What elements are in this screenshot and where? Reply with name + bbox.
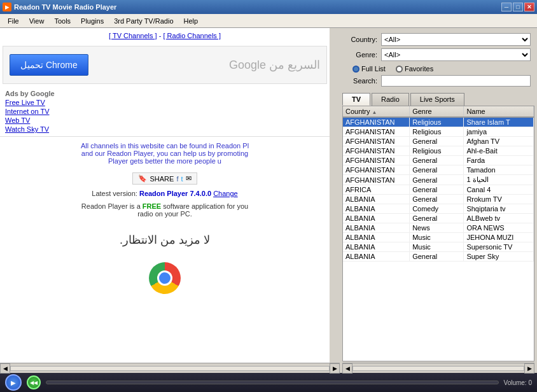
table-row[interactable]: ALBANIAGeneralRrokum TV xyxy=(343,195,534,204)
cell-name: Rrokum TV xyxy=(464,195,534,204)
full-list-option[interactable]: Full List xyxy=(352,65,386,73)
menu-file[interactable]: File xyxy=(3,16,24,26)
play-button[interactable]: ▶ xyxy=(5,374,22,391)
play-icon: ▶ xyxy=(11,379,16,386)
table-row[interactable]: AFGHANISTANReligiousShare Islam T xyxy=(343,117,534,127)
close-button[interactable]: ✕ xyxy=(524,3,534,11)
cell-genre: General xyxy=(410,165,464,175)
menu-3rdparty[interactable]: 3rd Party TV/Radio xyxy=(109,16,178,26)
volume-text: Volume: 0 xyxy=(504,379,532,386)
left-hscroll-right[interactable]: ▶ xyxy=(330,363,340,374)
menubar: File View Tools Plugins 3rd Party TV/Rad… xyxy=(0,14,537,28)
header-genre[interactable]: Genre xyxy=(410,106,464,117)
genre-select[interactable]: <All> xyxy=(381,48,531,61)
bottom-scrollbar: ◀ ▶ xyxy=(342,363,534,373)
menu-view[interactable]: View xyxy=(24,16,50,26)
tab-tv[interactable]: TV xyxy=(342,93,370,106)
search-row: Search: xyxy=(346,75,531,87)
share-button[interactable]: 🔖 SHARE f t ✉ xyxy=(132,172,197,185)
table-row[interactable]: AFGHANISTANReligiousAhl-e-Bait xyxy=(343,146,534,156)
cell-name: Super Sky xyxy=(464,252,534,262)
google-text: السريع من Google xyxy=(229,58,320,72)
table-row[interactable]: AFGHANISTANGeneralAfghan TV xyxy=(343,137,534,146)
favorites-radio[interactable] xyxy=(396,66,403,73)
menu-plugins[interactable]: Plugins xyxy=(76,16,109,26)
minimize-button[interactable]: ─ xyxy=(501,3,512,11)
table-row[interactable]: AFGHANISTANGeneralFarda xyxy=(343,156,534,165)
header-country-text: Country xyxy=(345,108,370,115)
table-row[interactable]: ALBANIAGeneralSuper Sky xyxy=(343,252,534,262)
search-label: Search: xyxy=(346,77,381,85)
table-row[interactable]: AFRICAGeneralCanal 4 xyxy=(343,185,534,195)
table-row[interactable]: AFGHANISTANGeneralالحياة 1 xyxy=(343,175,534,185)
full-list-radio[interactable] xyxy=(352,66,359,73)
tab-live-sports[interactable]: Live Sports xyxy=(410,93,464,106)
hscroll-right[interactable]: ▶ xyxy=(524,363,534,374)
hscroll-left[interactable]: ◀ xyxy=(342,363,352,374)
channel-table: Country ▲ Genre Name AFGHANISTAN xyxy=(343,106,534,262)
ad-link-4[interactable]: Watch Sky TV xyxy=(5,125,49,133)
separator: - xyxy=(159,32,162,39)
table-scroll-area[interactable]: Country ▲ Genre Name AFGHANISTAN xyxy=(343,106,534,361)
cell-name: الحياة 1 xyxy=(464,175,534,185)
cell-name: Farda xyxy=(464,156,534,165)
genre-filter-row: Genre: <All> xyxy=(346,48,531,61)
table-row[interactable]: ALBANIANewsORA NEWS xyxy=(343,223,534,233)
titlebar: ▶ Readon TV Movie Radio Player ─ □ ✕ xyxy=(0,0,537,14)
cell-country: ALBANIA xyxy=(343,195,410,204)
free-word: FREE xyxy=(143,202,161,210)
cell-genre: News xyxy=(410,223,464,233)
changelog-link[interactable]: Change xyxy=(213,190,238,197)
prev-button[interactable]: ◀◀ xyxy=(27,375,41,389)
search-input[interactable] xyxy=(381,75,531,87)
table-row[interactable]: ALBANIAComedyShqiptaria tv xyxy=(343,204,534,214)
table-row[interactable]: AFGHANISTANReligiousjamiya xyxy=(343,127,534,137)
free-text: Readon Player is a FREE software applica… xyxy=(0,200,330,220)
ad-link-1[interactable]: Free Live TV xyxy=(5,99,45,106)
maximize-button[interactable]: □ xyxy=(513,3,523,11)
country-select[interactable]: <All> xyxy=(381,33,531,46)
menu-help[interactable]: Help xyxy=(179,16,204,26)
left-content-area: [ TV Channels ] - [ Radio Channels ] تحم… xyxy=(0,28,340,363)
hscroll-track[interactable] xyxy=(352,366,524,371)
cell-country: ALBANIA xyxy=(343,204,410,214)
facebook-icon: f xyxy=(176,175,178,183)
cell-name: Tamadon xyxy=(464,165,534,175)
header-name[interactable]: Name xyxy=(464,106,534,117)
cell-genre: General xyxy=(410,175,464,185)
header-genre-text: Genre xyxy=(412,108,432,115)
titlebar-title: Readon TV Movie Radio Player xyxy=(14,3,116,11)
ad-link-3[interactable]: Web TV xyxy=(5,116,30,124)
menu-tools[interactable]: Tools xyxy=(49,16,76,26)
share-bar: 🔖 SHARE f t ✉ xyxy=(0,170,330,187)
header-country[interactable]: Country ▲ xyxy=(343,106,410,117)
tv-channels-link[interactable]: [ TV Channels ] xyxy=(109,32,157,39)
progress-bar[interactable] xyxy=(46,381,499,384)
table-row[interactable]: AFGHANISTANGeneralTamadon xyxy=(343,165,534,175)
free-text-2: software application for you xyxy=(163,202,248,210)
share-label: SHARE xyxy=(150,175,174,183)
prev-icon: ◀◀ xyxy=(30,380,38,386)
table-row[interactable]: ALBANIAMusicJEHONA MUZI xyxy=(343,233,534,242)
cell-country: ALBANIA xyxy=(343,233,410,242)
cell-country: AFGHANISTAN xyxy=(343,117,410,127)
cell-country: AFGHANISTAN xyxy=(343,146,410,156)
left-hscroll-track[interactable] xyxy=(10,366,330,371)
version-label: Latest version: xyxy=(92,190,137,197)
table-row[interactable]: ALBANIAGeneralALBweb tv xyxy=(343,214,534,223)
ad-link-2[interactable]: Internet on TV xyxy=(5,108,50,115)
cell-genre: General xyxy=(410,185,464,195)
radio-channels-link[interactable]: [ Radio Channels ] xyxy=(163,32,221,39)
ad-section: Ads by Google Free Live TV Internet on T… xyxy=(0,87,330,137)
tabs-row: TV Radio Live Sports xyxy=(340,90,537,106)
cell-country: ALBANIA xyxy=(343,223,410,233)
full-list-label: Full List xyxy=(361,65,386,73)
sort-country-icon: ▲ xyxy=(372,109,377,115)
left-hscroll-left[interactable]: ◀ xyxy=(0,363,10,374)
chrome-button[interactable]: تحميل Chrome xyxy=(10,54,88,76)
favorites-option[interactable]: Favorites xyxy=(396,65,433,73)
info-text-2: and our Readon Player, you can help us b… xyxy=(6,150,323,157)
tab-radio[interactable]: Radio xyxy=(372,93,409,106)
left-panel-wrapper: [ TV Channels ] - [ Radio Channels ] تحم… xyxy=(0,28,340,373)
table-row[interactable]: ALBANIAMusicSupersonic TV xyxy=(343,242,534,252)
